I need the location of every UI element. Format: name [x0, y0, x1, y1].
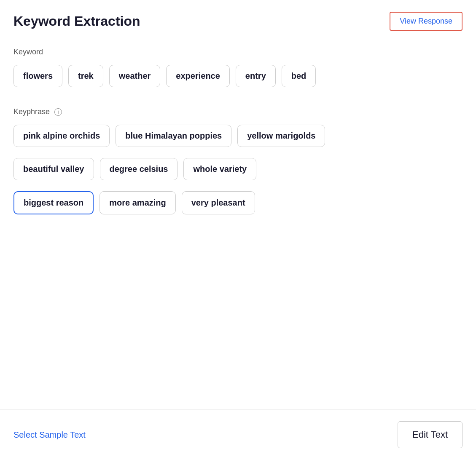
keyphrase-tag-kp-beautiful[interactable]: beautiful valley [13, 158, 94, 180]
keyphrase-row-0: pink alpine orchidsblue Himalayan poppie… [13, 125, 463, 147]
keyphrase-section: Keyphrase i pink alpine orchidsblue Hima… [13, 107, 463, 219]
keyword-tag-kw-bed[interactable]: bed [282, 65, 316, 87]
keyword-tag-kw-weather[interactable]: weather [109, 65, 161, 87]
keyphrase-tag-kp-pink[interactable]: pink alpine orchids [13, 125, 110, 147]
keyphrase-tag-kp-more[interactable]: more amazing [100, 191, 175, 214]
main-container: Keyword Extraction View Response Keyword… [0, 0, 476, 409]
keyword-section-label: Keyword [13, 48, 463, 56]
view-response-button[interactable]: View Response [390, 12, 463, 31]
keyword-tag-kw-trek[interactable]: trek [68, 65, 103, 87]
keyphrase-row-2: biggest reasonmore amazingvery pleasant [13, 191, 463, 214]
footer: Select Sample Text Edit Text [0, 409, 476, 460]
edit-text-button[interactable]: Edit Text [398, 421, 463, 448]
keyword-tags-row: flowerstrekweatherexperienceentrybed [13, 65, 463, 87]
keyphrase-info-icon: i [54, 108, 62, 116]
keyphrase-row-1: beautiful valleydegree celsiuswhole vari… [13, 158, 463, 180]
keyword-tag-kw-experience[interactable]: experience [166, 65, 230, 87]
keyphrase-rows: pink alpine orchidsblue Himalayan poppie… [13, 125, 463, 219]
keyphrase-tag-kp-blue[interactable]: blue Himalayan poppies [116, 125, 231, 147]
keyphrase-section-label: Keyphrase i [13, 107, 463, 116]
header: Keyword Extraction View Response [13, 12, 463, 31]
select-sample-text-link[interactable]: Select Sample Text [13, 430, 86, 440]
keyphrase-tag-kp-whole[interactable]: whole variety [183, 158, 256, 180]
keyphrase-tag-kp-very[interactable]: very pleasant [182, 191, 255, 214]
keyphrase-tag-kp-yellow[interactable]: yellow marigolds [237, 125, 325, 147]
page-title: Keyword Extraction [13, 13, 140, 29]
keyword-tag-kw-flowers[interactable]: flowers [13, 65, 62, 87]
keyword-section: Keyword flowerstrekweatherexperienceentr… [13, 48, 463, 92]
keyphrase-tag-kp-biggest[interactable]: biggest reason [13, 191, 94, 214]
keyphrase-tag-kp-degree[interactable]: degree celsius [100, 158, 178, 180]
keyword-tag-kw-entry[interactable]: entry [236, 65, 276, 87]
